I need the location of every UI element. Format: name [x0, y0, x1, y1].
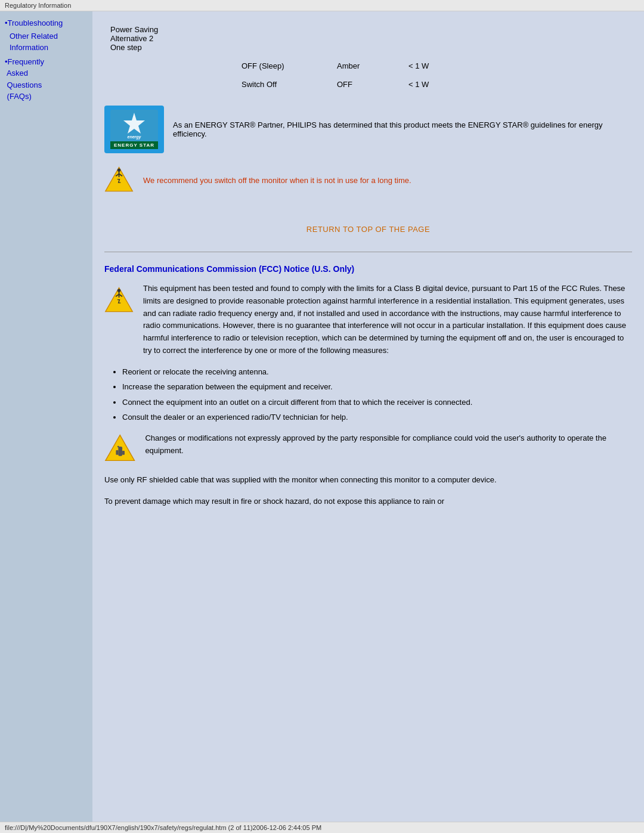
- table-cell-r2c1: [104, 75, 236, 94]
- sidebar-item-faqs[interactable]: •Frequently Asked Questions (FAQs): [5, 56, 88, 103]
- table-cell-r1c1: [104, 57, 236, 75]
- list-item: Consult the dealer or an experienced rad…: [122, 411, 632, 423]
- sidebar-item-troubleshooting[interactable]: •Troubleshooting: [5, 17, 88, 29]
- col-header-4: [402, 20, 462, 57]
- col-header-2: [236, 20, 331, 57]
- list-item: Connect the equipment into an outlet on …: [122, 397, 632, 408]
- modification-warning-icon: [104, 432, 136, 465]
- energy-star-logo-svg: energy: [110, 110, 158, 143]
- fcc-warning-icon: [104, 286, 134, 315]
- energy-star-section: energy ENERGY STAR As an ENERGY STAR® Pa…: [104, 106, 632, 153]
- energy-star-description: As an ENERGY STAR® Partner, PHILIPS has …: [173, 120, 632, 138]
- table-cell-r2c3: OFF: [331, 75, 402, 94]
- bottom-bar: file:///D|/My%20Documents/dfu/190X7/engl…: [0, 822, 644, 833]
- main-content: Power SavingAlternative 2One step OFF (S…: [92, 11, 644, 826]
- energy-star-badge: energy ENERGY STAR: [104, 106, 164, 153]
- return-top-link[interactable]: RETURN TO TOP OF THE PAGE: [306, 225, 430, 234]
- table-cell-r1c4: < 1 W: [402, 57, 462, 75]
- table-cell-r2c4: < 1 W: [402, 75, 462, 94]
- modification-warning: Changes or modifications not expressly a…: [104, 432, 632, 465]
- warning-triangle-icon: [104, 165, 134, 195]
- svg-rect-16: [122, 451, 125, 455]
- table-cell-r1c2: OFF (Sleep): [236, 57, 331, 75]
- fcc-title: Federal Communications Commission (FCC) …: [104, 264, 632, 274]
- col-header-1: Power SavingAlternative 2One step: [104, 20, 236, 57]
- svg-point-5: [117, 168, 120, 171]
- sidebar: •Troubleshooting Other RelatedInformatio…: [0, 11, 92, 826]
- fcc-body-text: This equipment has been tested and found…: [143, 283, 632, 357]
- section-divider: [104, 252, 632, 252]
- return-to-top: RETURN TO TOP OF THE PAGE: [104, 219, 632, 240]
- svg-point-10: [117, 289, 120, 292]
- svg-rect-15: [116, 450, 118, 455]
- list-item: Reorient or relocate the receiving anten…: [122, 366, 632, 378]
- fcc-section: Federal Communications Commission (FCC) …: [104, 264, 632, 507]
- warning-text: We recommend you switch off the monitor …: [143, 176, 411, 185]
- fcc-content-block: This equipment has been tested and found…: [104, 283, 632, 357]
- energy-star-label: ENERGY STAR: [110, 141, 158, 149]
- power-saving-table: Power SavingAlternative 2One step OFF (S…: [104, 20, 632, 94]
- modification-warning-text: Changes or modifications not expressly a…: [145, 432, 632, 457]
- warning-section: We recommend you switch off the monitor …: [104, 165, 632, 195]
- col-header-3: [331, 20, 402, 57]
- bottom-bar-text: file:///D|/My%20Documents/dfu/190X7/engl…: [5, 824, 321, 831]
- top-bar-title: Regulatory Information: [5, 2, 71, 9]
- table-cell-r2c2: Switch Off: [236, 75, 331, 94]
- rf-cable-text: Use only RF shielded cable that was supp…: [104, 474, 632, 487]
- table-cell-r1c3: Amber: [331, 57, 402, 75]
- sidebar-item-other-related[interactable]: Other RelatedInformation: [5, 30, 88, 54]
- svg-text:energy: energy: [128, 135, 142, 140]
- top-bar: Regulatory Information: [0, 0, 644, 11]
- fcc-bullet-list: Reorient or relocate the receiving anten…: [122, 366, 632, 423]
- rain-damage-text: To prevent damage which may result in fi…: [104, 496, 632, 508]
- svg-point-18: [117, 445, 119, 447]
- list-item: Increase the separation between the equi…: [122, 381, 632, 393]
